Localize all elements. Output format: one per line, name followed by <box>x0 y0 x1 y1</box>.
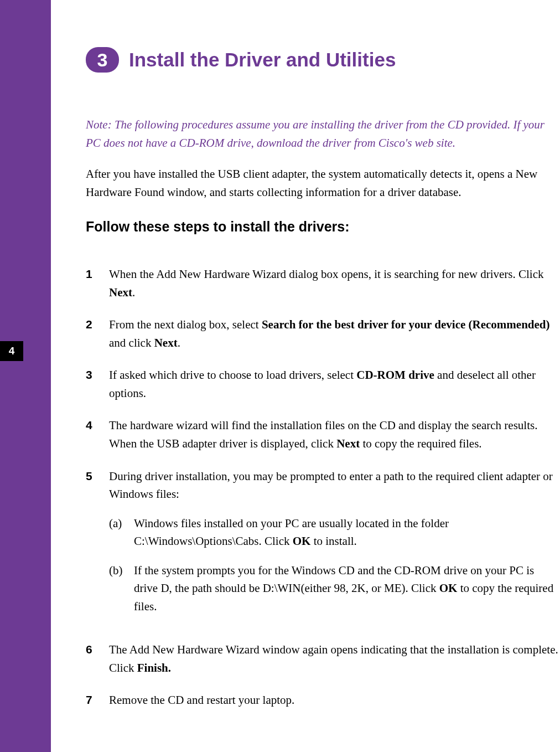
step-text: During driver installation, you may be p… <box>109 470 553 501</box>
step-item: 2 From the next dialog box, select Searc… <box>86 316 559 352</box>
step-body: From the next dialog box, select Search … <box>109 316 559 352</box>
subheading: Follow these steps to install the driver… <box>86 219 560 235</box>
note-text: Note: The following procedures assume yo… <box>86 116 559 152</box>
step-text: If asked which drive to choose to load d… <box>109 368 356 382</box>
step-body: Remove the CD and restart your laptop. <box>109 691 559 709</box>
step-body: If asked which drive to choose to load d… <box>109 366 559 402</box>
step-bold: CD-ROM drive <box>356 368 434 382</box>
step-item: 1 When the Add New Hardware Wizard dialo… <box>86 265 559 301</box>
step-body: When the Add New Hardware Wizard dialog … <box>109 265 559 301</box>
step-bold: Next <box>154 336 178 349</box>
step-text: Remove the CD and restart your laptop. <box>109 693 294 707</box>
sub-list: (a) Windows files installed on your PC a… <box>109 514 559 616</box>
step-text: The Add New Hardware Wizard window again… <box>109 643 558 674</box>
step-item: 6 The Add New Hardware Wizard window aga… <box>86 641 559 677</box>
step-text: to copy the required files. <box>360 437 481 450</box>
section-step-badge: 3 <box>86 47 119 73</box>
step-number: 6 <box>86 641 109 658</box>
page-number: 4 <box>0 341 23 361</box>
step-number: 7 <box>86 691 109 709</box>
page-content: 3 Install the Driver and Utilities Note:… <box>86 47 560 724</box>
step-number: 4 <box>86 416 109 434</box>
step-item: 3 If asked which drive to choose to load… <box>86 366 559 402</box>
step-bold: Finish. <box>137 661 171 674</box>
step-bold: Next <box>109 286 132 299</box>
step-number: 3 <box>86 366 109 384</box>
sub-text: Windows files installed on your PC are u… <box>134 517 449 548</box>
step-number: 5 <box>86 467 109 485</box>
step-number: 2 <box>86 316 109 333</box>
step-body: The hardware wizard will find the instal… <box>109 416 559 452</box>
intro-text: After you have installed the USB client … <box>86 165 560 201</box>
sub-body: Windows files installed on your PC are u… <box>134 514 559 550</box>
step-text: . <box>178 336 180 349</box>
steps-list: 1 When the Add New Hardware Wizard dialo… <box>86 265 559 709</box>
sub-body: If the system prompts you for the Window… <box>134 562 559 616</box>
step-bold: Next <box>336 437 360 450</box>
step-text: and click <box>109 336 154 349</box>
step-text: From the next dialog box, select <box>109 318 262 331</box>
sub-item: (a) Windows files installed on your PC a… <box>109 514 559 550</box>
step-body: During driver installation, you may be p… <box>109 467 559 627</box>
step-text: . <box>132 286 135 299</box>
step-item: 4 The hardware wizard will find the inst… <box>86 416 559 452</box>
step-bold: Search for the best driver for your devi… <box>262 318 550 331</box>
section-title: Install the Driver and Utilities <box>129 49 396 71</box>
sub-bold: OK <box>439 581 458 595</box>
sub-label: (a) <box>109 514 134 533</box>
step-text: When the Add New Hardware Wizard dialog … <box>109 267 543 281</box>
step-number: 1 <box>86 265 109 283</box>
step-body: The Add New Hardware Wizard window again… <box>109 641 559 677</box>
step-item: 5 During driver installation, you may be… <box>86 467 559 627</box>
sub-bold: OK <box>293 534 311 548</box>
sub-label: (b) <box>109 562 134 580</box>
sub-text: to install. <box>310 534 356 548</box>
sidebar-band <box>0 0 51 752</box>
sub-item: (b) If the system prompts you for the Wi… <box>109 562 559 616</box>
section-header: 3 Install the Driver and Utilities <box>86 47 560 73</box>
step-item: 7 Remove the CD and restart your laptop. <box>86 691 559 709</box>
